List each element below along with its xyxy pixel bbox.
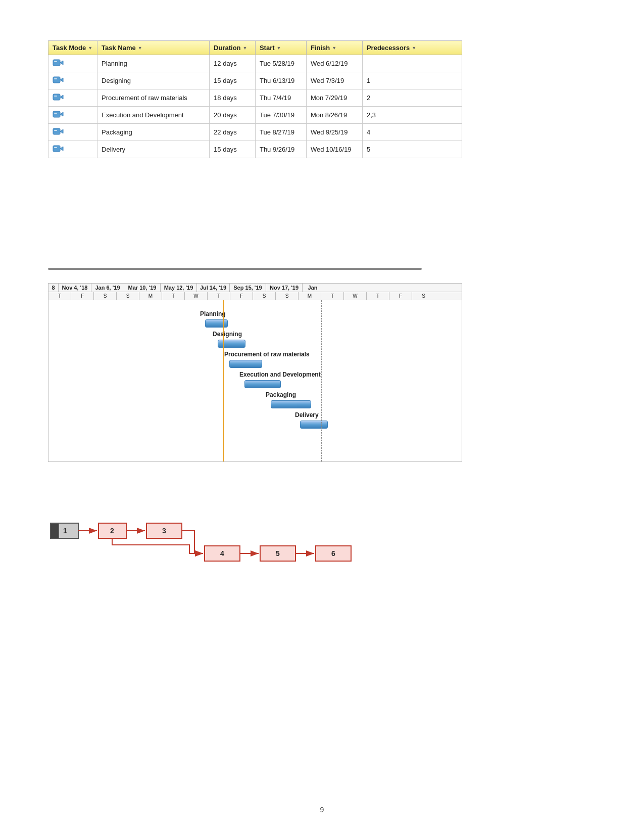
th-extra xyxy=(421,41,462,55)
gantt-bar xyxy=(218,340,245,348)
gantt-date-label: Jan xyxy=(303,284,323,292)
task-pred-cell: 2 xyxy=(362,89,421,107)
task-mode-cell xyxy=(48,124,97,141)
task-mode-cell xyxy=(48,141,97,158)
gantt-day-label: T xyxy=(367,292,389,300)
finish-dropdown-icon[interactable]: ▼ xyxy=(332,45,336,51)
svg-rect-8 xyxy=(54,96,57,97)
svg-marker-7 xyxy=(60,95,63,99)
start-dropdown-icon[interactable]: ▼ xyxy=(277,45,281,51)
task-name-cell: Packaging xyxy=(97,124,210,141)
gantt-date-label: Jan 6, '19 xyxy=(91,284,124,292)
task-duration-cell: 15 days xyxy=(210,72,256,89)
gantt-bar xyxy=(229,360,262,368)
task-mode-cell xyxy=(48,55,97,72)
gantt-date-label: Sep 15, '19 xyxy=(230,284,266,292)
gantt-day-label: S xyxy=(276,292,299,300)
gantt-day-label: F xyxy=(230,292,253,300)
gantt-bar-label: Planning xyxy=(200,310,226,317)
table-row: Planning12 daysTue 5/28/19Wed 6/12/19 xyxy=(48,55,462,72)
task-pred-cell: 5 xyxy=(362,141,421,158)
task-duration-cell: 15 days xyxy=(210,141,256,158)
svg-rect-2 xyxy=(54,61,57,62)
duration-dropdown-icon[interactable]: ▼ xyxy=(243,45,247,51)
gantt-header: 8Nov 4, '18Jan 6, '19Mar 10, '19May 12, … xyxy=(48,283,462,300)
svg-marker-4 xyxy=(60,78,63,82)
task-start-cell: Thu 9/26/19 xyxy=(255,141,306,158)
node-1-bar xyxy=(51,523,59,538)
th-name: Task Name ▼ xyxy=(97,41,210,55)
gantt-date-label: Nov 17, '19 xyxy=(266,284,303,292)
task-start-cell: Thu 6/13/19 xyxy=(255,72,306,89)
task-duration-cell: 18 days xyxy=(210,89,256,107)
task-mode-icon xyxy=(53,144,64,153)
gantt-day-label: F xyxy=(71,292,94,300)
gantt-day-row: TFSSMTWTFSSMTWTFS xyxy=(48,292,462,300)
task-mode-icon xyxy=(53,58,64,67)
task-mode-icon xyxy=(53,75,64,84)
network-svg: 1 2 3 4 5 6 xyxy=(48,516,381,586)
node-5-label: 5 xyxy=(276,549,280,558)
gantt-day-label: S xyxy=(253,292,276,300)
svg-rect-9 xyxy=(53,111,60,117)
name-dropdown-icon[interactable]: ▼ xyxy=(138,45,142,51)
task-mode-cell xyxy=(48,72,97,89)
gantt-day-label: S xyxy=(117,292,139,300)
table-row: Designing15 daysThu 6/13/19Wed 7/3/191 xyxy=(48,72,462,89)
page-number: 9 xyxy=(320,806,324,814)
task-extra-cell xyxy=(421,55,462,72)
node-2-label: 2 xyxy=(110,527,114,535)
task-name-cell: Delivery xyxy=(97,141,210,158)
gantt-date-row: 8Nov 4, '18Jan 6, '19Mar 10, '19May 12, … xyxy=(48,284,462,292)
task-duration-cell: 22 days xyxy=(210,124,256,141)
svg-rect-5 xyxy=(54,78,57,79)
task-finish-cell: Mon 7/29/19 xyxy=(306,89,362,107)
gantt-day-label: W xyxy=(185,292,208,300)
task-duration-cell: 12 days xyxy=(210,55,256,72)
th-predecessors: Predecessors ▼ xyxy=(362,41,421,55)
svg-rect-12 xyxy=(53,128,60,134)
task-name-cell: Procurement of raw materials xyxy=(97,89,210,107)
gantt-day-label: T xyxy=(162,292,185,300)
table-row: Execution and Development20 daysTue 7/30… xyxy=(48,107,462,124)
task-start-cell: Tue 5/28/19 xyxy=(255,55,306,72)
mode-dropdown-icon[interactable]: ▼ xyxy=(88,45,92,51)
th-finish: Finish ▼ xyxy=(306,41,362,55)
table-row: Procurement of raw materials18 daysThu 7… xyxy=(48,89,462,107)
svg-rect-15 xyxy=(53,146,60,152)
task-finish-cell: Wed 9/25/19 xyxy=(306,124,362,141)
svg-rect-17 xyxy=(54,147,57,148)
task-extra-cell xyxy=(421,89,462,107)
svg-rect-11 xyxy=(54,113,57,114)
svg-rect-0 xyxy=(53,60,60,66)
svg-rect-6 xyxy=(53,94,60,100)
gantt-bar xyxy=(205,319,228,328)
pred-dropdown-icon[interactable]: ▼ xyxy=(412,45,416,51)
gantt-day-label: M xyxy=(139,292,162,300)
gantt-body: PlanningDesigningProcurement of raw mate… xyxy=(48,300,462,462)
task-table: Task Mode ▼ Task Name ▼ Duration ▼ xyxy=(48,40,462,158)
node-6-label: 6 xyxy=(331,549,335,558)
gantt-date-label: 8 xyxy=(48,284,59,292)
gantt-bar xyxy=(300,421,328,429)
svg-marker-1 xyxy=(60,61,63,65)
task-finish-cell: Wed 7/3/19 xyxy=(306,72,362,89)
task-extra-cell xyxy=(421,107,462,124)
task-pred-cell: 2,3 xyxy=(362,107,421,124)
th-start: Start ▼ xyxy=(255,41,306,55)
task-pred-cell xyxy=(362,55,421,72)
arrow-3-4 xyxy=(182,531,203,553)
th-duration: Duration ▼ xyxy=(210,41,256,55)
svg-marker-10 xyxy=(60,112,63,116)
th-mode: Task Mode ▼ xyxy=(48,41,97,55)
gantt-date-label: Mar 10, '19 xyxy=(124,284,161,292)
gantt-day-label: T xyxy=(208,292,230,300)
svg-marker-16 xyxy=(60,147,63,151)
gantt-bar-label: Packaging xyxy=(266,391,296,398)
gantt-bar-label: Procurement of raw materials xyxy=(224,351,310,358)
task-mode-cell xyxy=(48,107,97,124)
gantt-day-label: T xyxy=(48,292,71,300)
task-mode-cell xyxy=(48,89,97,107)
svg-marker-13 xyxy=(60,129,63,133)
gantt-day-label: S xyxy=(94,292,117,300)
